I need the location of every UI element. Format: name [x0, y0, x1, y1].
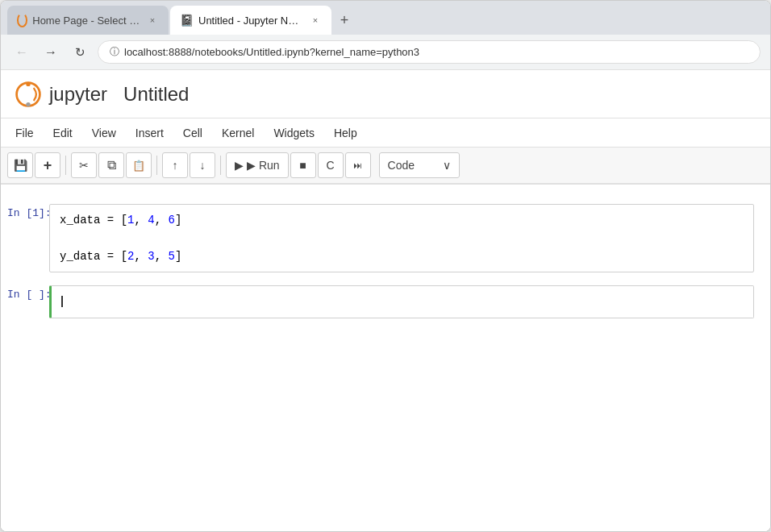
- forward-icon: →: [44, 45, 57, 60]
- tab-notebook[interactable]: 📓 Untitled - Jupyter Notebook ×: [170, 6, 331, 35]
- toolbar-sep-3: [220, 156, 221, 175]
- cell-type-dropdown[interactable]: Code ∨: [379, 152, 460, 178]
- reload-icon: ↻: [75, 45, 85, 60]
- jupyter-header: jupyter Untitled: [1, 70, 770, 118]
- cell-2-label: In [ ]:: [7, 289, 52, 301]
- browser-window: Home Page - Select or create a not × 📓 U…: [0, 0, 771, 532]
- menu-cell[interactable]: Cell: [175, 123, 210, 143]
- jupyter-app: jupyter Untitled File Edit View Insert C…: [1, 70, 770, 531]
- menu-file[interactable]: File: [7, 123, 42, 143]
- menu-help[interactable]: Help: [326, 123, 365, 143]
- stop-button[interactable]: ■: [290, 152, 316, 178]
- toolbar-sep-1: [65, 156, 66, 175]
- restart-button[interactable]: C: [318, 152, 344, 178]
- cell-2-content[interactable]: [49, 285, 754, 318]
- notebook-title[interactable]: Untitled: [123, 83, 189, 106]
- menu-kernel[interactable]: Kernel: [214, 123, 262, 143]
- jupyter-logo-text: jupyter: [49, 83, 107, 106]
- tab-bar: Home Page - Select or create a not × 📓 U…: [1, 1, 770, 35]
- notebook-tab-title: Untitled - Jupyter Notebook: [198, 15, 304, 27]
- cell-type-chevron-icon: ∨: [443, 159, 451, 172]
- code-line-1: x_data = [1, 4, 6]: [60, 211, 744, 229]
- home-tab-close-button[interactable]: ×: [146, 14, 159, 27]
- svg-point-1: [26, 81, 30, 85]
- notebook-tab-close-button[interactable]: ×: [309, 14, 322, 27]
- jupyter-logo-icon: [14, 80, 43, 109]
- cell-1[interactable]: In [1]: x_data = [1, 4, 6] y_data = [2,: [1, 201, 770, 276]
- info-icon: ⓘ: [110, 45, 119, 59]
- cell-type-label: Code: [388, 159, 415, 172]
- toolbar: 💾 + ✂ ⧉ 📋 ↑ ↓ ▶ ▶ Run ■ C ⏭ Code ∨: [1, 148, 770, 185]
- add-cell-button[interactable]: +: [35, 152, 60, 178]
- cell-2-cursor: [61, 296, 63, 307]
- svg-point-2: [26, 102, 30, 106]
- cell-1-code[interactable]: x_data = [1, 4, 6] y_data = [2, 3, 5]: [50, 205, 753, 272]
- cell-2-code[interactable]: [52, 286, 753, 317]
- move-down-button[interactable]: ↓: [190, 152, 215, 178]
- home-tab-title: Home Page - Select or create a not: [32, 15, 141, 27]
- menu-widgets[interactable]: Widgets: [265, 123, 323, 143]
- cut-button[interactable]: ✂: [71, 152, 97, 178]
- code-var-x: x_data: [60, 214, 100, 227]
- copy-button[interactable]: ⧉: [98, 152, 124, 178]
- run-icon: ▶: [235, 159, 244, 172]
- run-label: ▶ Run: [247, 159, 280, 172]
- cell-2[interactable]: In [ ]:: [1, 282, 770, 321]
- menu-edit[interactable]: Edit: [45, 123, 81, 143]
- notebook-tab-icon: 📓: [180, 14, 194, 27]
- url-text: localhost:8888/notebooks/Untitled.ipynb?…: [124, 46, 419, 58]
- back-button[interactable]: ←: [10, 41, 33, 64]
- menu-insert[interactable]: Insert: [127, 123, 172, 143]
- cell-1-content[interactable]: x_data = [1, 4, 6] y_data = [2, 3, 5]: [49, 204, 754, 272]
- menu-bar: File Edit View Insert Cell Kernel Widget…: [1, 118, 770, 148]
- menu-view[interactable]: View: [84, 123, 124, 143]
- run-button[interactable]: ▶ ▶ Run: [226, 152, 289, 178]
- address-bar: ← → ↻ ⓘ localhost:8888/notebooks/Untitle…: [1, 35, 770, 70]
- new-tab-button[interactable]: +: [333, 9, 356, 31]
- code-var-y: y_data: [60, 250, 100, 263]
- toolbar-sep-2: [156, 156, 157, 175]
- home-tab-spinner-icon: [17, 13, 27, 27]
- fast-forward-button[interactable]: ⏭: [345, 152, 371, 178]
- url-bar[interactable]: ⓘ localhost:8888/notebooks/Untitled.ipyn…: [98, 40, 761, 64]
- code-line-2: y_data = [2, 3, 5]: [60, 247, 744, 265]
- forward-button[interactable]: →: [40, 41, 62, 64]
- tab-home[interactable]: Home Page - Select or create a not ×: [7, 6, 169, 35]
- paste-button[interactable]: 📋: [126, 152, 152, 178]
- move-up-button[interactable]: ↑: [162, 152, 188, 178]
- reload-button[interactable]: ↻: [69, 41, 91, 64]
- back-icon: ←: [15, 45, 28, 60]
- cell-1-label: In [1]:: [7, 207, 52, 219]
- jupyter-logo: jupyter: [14, 80, 107, 109]
- save-button[interactable]: 💾: [7, 152, 33, 178]
- notebook-cells: In [1]: x_data = [1, 4, 6] y_data = [2,: [1, 185, 770, 531]
